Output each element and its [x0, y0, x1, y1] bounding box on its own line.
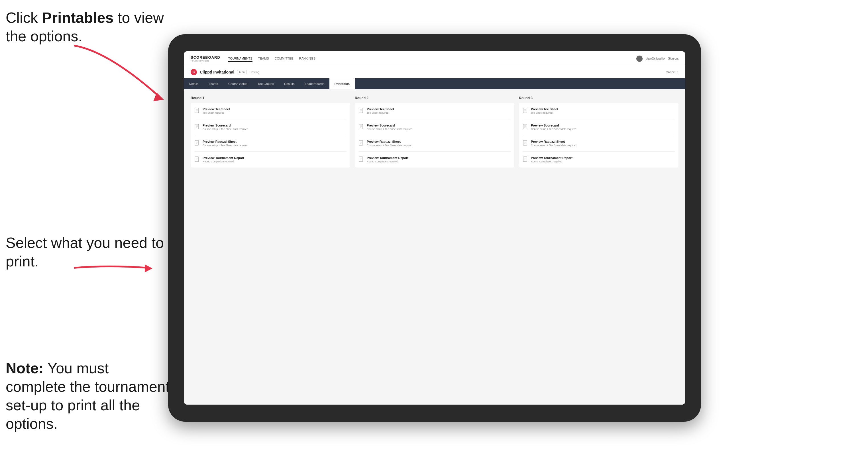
tablet-device: SCOREBOARD Powered by clippd TOURNAMENTS… — [168, 34, 701, 422]
round-3-tournament-report[interactable]: Preview Tournament Report Round Completi… — [523, 155, 675, 164]
round-2-scorecard-sub: Course setup + Tee Sheet data required — [367, 128, 412, 130]
divider — [523, 151, 675, 152]
round-1-card: Preview Tee Sheet Tee Sheet required — [191, 103, 350, 167]
instruction-bottom-text: Note: You must complete the tournament s… — [6, 360, 169, 432]
round-2-scorecard-text: Preview Scorecard Course setup + Tee She… — [367, 124, 412, 130]
round-2-tee-sheet[interactable]: Preview Tee Sheet Tee Sheet required — [359, 106, 510, 115]
round-1-raguzzi[interactable]: Preview Raguzzi Sheet Course setup + Tee… — [195, 139, 346, 148]
instruction-bottom: Note: You must complete the tournament s… — [6, 359, 171, 433]
logo-sub: Powered by clippd — [191, 60, 220, 62]
document-icon — [195, 124, 200, 130]
round-2-title: Round 2 — [355, 96, 514, 100]
round-1-tournament-report-text: Preview Tournament Report Round Completi… — [203, 156, 244, 163]
document-icon — [523, 124, 528, 130]
round-1-raguzzi-text: Preview Raguzzi Sheet Course setup + Tee… — [203, 140, 248, 147]
divider — [195, 135, 346, 135]
round-3-scorecard[interactable]: Preview Scorecard Course setup + Tee She… — [523, 123, 675, 132]
document-icon — [195, 108, 200, 114]
clippd-icon: C — [191, 69, 197, 75]
round-1-tee-sheet-title: Preview Tee Sheet — [203, 107, 230, 111]
round-3-tournament-report-text: Preview Tournament Report Round Completi… — [531, 156, 572, 163]
round-2-scorecard-title: Preview Scorecard — [367, 124, 412, 127]
round-3-tee-sheet-text: Preview Tee Sheet Tee Sheet required — [531, 107, 558, 114]
document-icon — [359, 156, 364, 162]
document-icon — [359, 124, 364, 130]
document-icon — [195, 156, 200, 162]
document-icon — [359, 108, 364, 114]
round-3-card: Preview Tee Sheet Tee Sheet required — [519, 103, 679, 167]
tablet-screen: SCOREBOARD Powered by clippd TOURNAMENTS… — [184, 51, 685, 405]
round-2-tee-sheet-text: Preview Tee Sheet Tee Sheet required — [367, 107, 394, 114]
round-2-tournament-report-sub: Round Completion required — [367, 160, 408, 163]
round-2-column: Round 2 Preview Tee Sheet Tee S — [355, 96, 514, 167]
round-1-scorecard-sub: Course setup + Tee Sheet data required — [203, 128, 248, 130]
nav-rankings[interactable]: RANKINGS — [299, 56, 315, 62]
round-2-tournament-report-text: Preview Tournament Report Round Completi… — [367, 156, 408, 163]
nav-committee[interactable]: COMMITTEE — [275, 56, 293, 62]
svg-marker-1 — [145, 264, 152, 272]
document-icon — [523, 108, 528, 114]
tab-printables[interactable]: Printables — [330, 79, 355, 89]
tab-details[interactable]: Details — [184, 79, 204, 89]
nav-tournaments[interactable]: TOURNAMENTS — [228, 56, 252, 62]
round-1-scorecard[interactable]: Preview Scorecard Course setup + Tee She… — [195, 123, 346, 132]
round-2-tournament-report-title: Preview Tournament Report — [367, 156, 408, 160]
round-1-column: Round 1 Preview Tee Sheet Tee S — [191, 96, 350, 167]
arrow-middle — [57, 251, 165, 285]
document-icon — [359, 140, 364, 146]
divider — [359, 151, 510, 152]
document-icon — [523, 156, 528, 162]
round-1-tournament-report[interactable]: Preview Tournament Report Round Completi… — [195, 155, 346, 164]
round-2-raguzzi-text: Preview Raguzzi Sheet Course setup + Tee… — [367, 140, 412, 147]
nav-teams[interactable]: TEAMS — [258, 56, 269, 62]
divider — [359, 135, 510, 135]
round-3-tee-sheet-sub: Tee Sheet required — [531, 112, 558, 114]
round-2-card: Preview Tee Sheet Tee Sheet required — [355, 103, 514, 167]
divider — [523, 135, 675, 135]
round-3-scorecard-sub: Course setup + Tee Sheet data required — [531, 128, 577, 130]
tab-tee-groups[interactable]: Tee Groups — [252, 79, 279, 89]
round-2-raguzzi[interactable]: Preview Raguzzi Sheet Course setup + Tee… — [359, 139, 510, 148]
top-nav-links: TOURNAMENTS TEAMS COMMITTEE RANKINGS — [228, 56, 636, 62]
round-3-column: Round 3 Preview Tee Sheet Tee S — [519, 96, 679, 167]
tab-leaderboards[interactable]: Leaderboards — [300, 79, 330, 89]
instruction-top-text: Click Printables to view the options. — [6, 9, 164, 44]
round-1-tee-sheet[interactable]: Preview Tee Sheet Tee Sheet required — [195, 106, 346, 115]
sub-nav: Details Teams Course Setup Tee Groups Re… — [184, 79, 685, 89]
sign-out-link[interactable]: Sign out — [668, 57, 679, 60]
main-content: Round 1 Preview Tee Sheet Tee S — [184, 89, 685, 405]
tab-teams[interactable]: Teams — [204, 79, 223, 89]
document-icon — [523, 140, 528, 146]
divider — [195, 151, 346, 152]
round-2-tournament-report[interactable]: Preview Tournament Report Round Completi… — [359, 155, 510, 164]
round-2-tee-sheet-sub: Tee Sheet required — [367, 112, 394, 114]
round-3-tournament-report-title: Preview Tournament Report — [531, 156, 572, 160]
round-3-tee-sheet[interactable]: Preview Tee Sheet Tee Sheet required — [523, 106, 675, 115]
round-1-raguzzi-sub: Course setup + Tee Sheet data required — [203, 144, 248, 147]
tournament-name: C Clippd Invitational Men Hosting — [191, 69, 259, 75]
user-avatar — [636, 56, 643, 62]
logo-title: SCOREBOARD — [191, 55, 220, 60]
cancel-button[interactable]: Cancel X — [666, 70, 679, 74]
top-nav: SCOREBOARD Powered by clippd TOURNAMENTS… — [184, 51, 685, 66]
scoreboard-logo: SCOREBOARD Powered by clippd — [191, 55, 220, 62]
tournament-badge: Men — [237, 70, 247, 74]
tab-results[interactable]: Results — [279, 79, 300, 89]
rounds-grid: Round 1 Preview Tee Sheet Tee S — [191, 96, 679, 167]
round-1-raguzzi-title: Preview Raguzzi Sheet — [203, 140, 248, 143]
round-3-scorecard-title: Preview Scorecard — [531, 124, 577, 127]
round-2-raguzzi-title: Preview Raguzzi Sheet — [367, 140, 412, 143]
round-3-tee-sheet-title: Preview Tee Sheet — [531, 107, 558, 111]
round-1-title: Round 1 — [191, 96, 350, 100]
round-2-raguzzi-sub: Course setup + Tee Sheet data required — [367, 144, 412, 147]
tournament-status: Hosting — [250, 71, 259, 74]
round-1-tournament-report-title: Preview Tournament Report — [203, 156, 244, 160]
tab-course-setup[interactable]: Course Setup — [223, 79, 252, 89]
round-2-scorecard[interactable]: Preview Scorecard Course setup + Tee She… — [359, 123, 510, 132]
top-nav-right: blair@clippd.io Sign out — [636, 56, 679, 62]
round-3-raguzzi-title: Preview Raguzzi Sheet — [531, 140, 577, 143]
round-1-tournament-report-sub: Round Completion required — [203, 160, 244, 163]
round-3-raguzzi[interactable]: Preview Raguzzi Sheet Course setup + Tee… — [523, 139, 675, 148]
document-icon — [195, 140, 200, 146]
round-3-raguzzi-sub: Course setup + Tee Sheet data required — [531, 144, 577, 147]
